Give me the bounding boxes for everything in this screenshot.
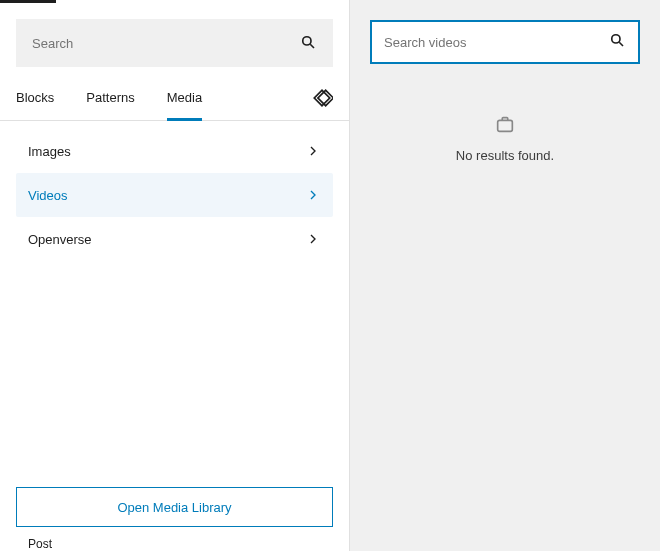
block-search[interactable] [16, 19, 333, 67]
chevron-right-icon [305, 187, 321, 203]
media-item-label: Images [28, 144, 71, 159]
media-results-panel: No results found. [350, 0, 660, 551]
svg-rect-6 [498, 120, 513, 131]
open-library-wrap: Open Media Library [0, 471, 349, 543]
media-search-input[interactable] [384, 35, 608, 50]
no-results: No results found. [370, 114, 640, 163]
media-item-images[interactable]: Images [16, 129, 333, 173]
media-search[interactable] [370, 20, 640, 64]
media-item-label: Videos [28, 188, 68, 203]
media-empty-icon [494, 114, 516, 136]
inserter-panel: Blocks Patterns Media Images Videos Open… [0, 0, 350, 551]
tab-media[interactable]: Media [167, 75, 202, 121]
search-icon [299, 33, 317, 54]
chevron-right-icon [305, 143, 321, 159]
media-item-label: Openverse [28, 232, 92, 247]
tab-blocks[interactable]: Blocks [16, 75, 54, 121]
svg-line-1 [310, 44, 314, 48]
explore-icon[interactable] [311, 87, 333, 109]
no-results-text: No results found. [370, 148, 640, 163]
chevron-right-icon [305, 231, 321, 247]
svg-line-5 [619, 42, 623, 46]
inserter-tabs: Blocks Patterns Media [0, 75, 349, 121]
svg-point-4 [612, 35, 620, 43]
media-item-videos[interactable]: Videos [16, 173, 333, 217]
search-wrap [0, 3, 349, 75]
media-category-list: Images Videos Openverse [0, 121, 349, 269]
svg-point-0 [303, 36, 311, 44]
search-input[interactable] [32, 36, 299, 51]
search-icon [608, 31, 626, 53]
tab-patterns[interactable]: Patterns [86, 75, 134, 121]
post-label: Post [0, 537, 349, 551]
open-media-library-button[interactable]: Open Media Library [16, 487, 333, 527]
media-item-openverse[interactable]: Openverse [16, 217, 333, 261]
